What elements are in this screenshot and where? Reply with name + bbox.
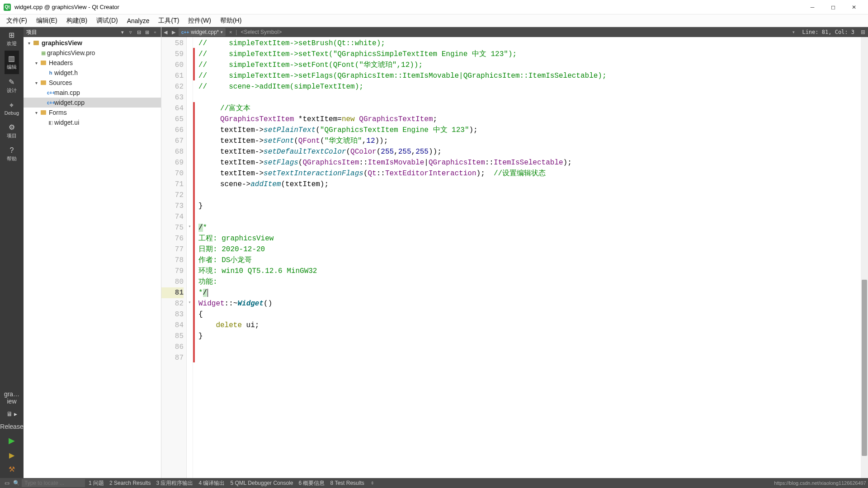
run-button[interactable]: ▶ xyxy=(0,433,24,448)
menu-item[interactable]: 工具(T) xyxy=(154,15,184,26)
output-pane-tab[interactable]: 8 Test Results xyxy=(327,479,367,487)
sidebar-filter-icon[interactable]: ▿ xyxy=(127,29,134,35)
mode-icon: ✎ xyxy=(5,78,19,86)
tree-label: graphicsView.pro xyxy=(47,49,95,56)
h-file-icon: h xyxy=(47,70,54,75)
toggle-sidebar-button[interactable]: ▭ xyxy=(2,479,12,487)
tree-label: widget.ui xyxy=(54,119,79,126)
tree-project-root[interactable]: ▾ graphicsView xyxy=(24,38,161,48)
cpp-file-icon: c++ xyxy=(181,30,189,35)
menu-item[interactable]: 编辑(E) xyxy=(32,15,62,26)
sidebar-split-icon[interactable]: ⊞ xyxy=(144,29,150,35)
file-name: widget.cpp* xyxy=(191,29,219,35)
mode-icon: ? xyxy=(5,146,19,155)
menu-item[interactable]: 控件(W) xyxy=(184,15,216,26)
window-title: widget.cpp @ graphicsView - Qt Creator xyxy=(14,4,802,10)
editor-tabbar: ◀ ▶ c++ widget.cpp* ▾ × | <Select Symbol… xyxy=(161,27,868,37)
tree-file-widget-ui[interactable]: ◧ widget.ui xyxy=(24,117,161,127)
mode-icon: ⊞ xyxy=(5,31,19,39)
output-pane-tab[interactable]: 6 概要信息 xyxy=(296,479,327,487)
tree-label: Headers xyxy=(49,59,73,66)
tree-label: graphicsView xyxy=(42,39,82,47)
sidebar-header: 项目 ▾ ▿ ⊟ ⊞ ▫ xyxy=(24,27,161,37)
folder-icon xyxy=(33,39,40,47)
symbol-chevron-icon: ▾ xyxy=(793,30,798,34)
mode-tab[interactable]: ⚙项目 xyxy=(5,119,19,143)
project-sidebar: 项目 ▾ ▿ ⊟ ⊞ ▫ ▾ graphicsView ▦ graphicsVi… xyxy=(24,27,161,478)
menu-item[interactable]: 文件(F) xyxy=(2,15,32,26)
tree-label: main.cpp xyxy=(54,89,80,96)
build-config[interactable]: 🖥 ▸ xyxy=(0,408,24,420)
app-icon: Qt xyxy=(4,4,11,11)
folder-icon xyxy=(40,59,47,66)
fold-column[interactable]: ▾▾ xyxy=(187,37,193,478)
output-pane-tab[interactable]: 1 问题 xyxy=(86,479,107,487)
tree-forms-folder[interactable]: ▾ Forms xyxy=(24,108,161,117)
menu-item[interactable]: 调试(D) xyxy=(92,15,122,26)
mode-tab[interactable]: ?帮助 xyxy=(5,143,19,166)
cpp-file-icon: c++ xyxy=(47,90,54,95)
vertical-scrollbar[interactable] xyxy=(861,37,868,478)
sidebar-dropdown-icon[interactable]: ▾ xyxy=(119,29,126,35)
tree-headers-folder[interactable]: ▾ Headers xyxy=(24,58,161,68)
locator-input[interactable] xyxy=(22,479,85,487)
minimize-button[interactable]: ─ xyxy=(802,0,823,14)
watermark-url: https://blog.csdn.net/xiaolong1126626497 xyxy=(774,480,866,486)
cpp-file-icon: c++ xyxy=(47,100,54,105)
output-pane-tab[interactable]: 5 QML Debugger Console xyxy=(227,479,296,487)
scrollbar-thumb[interactable] xyxy=(862,280,867,456)
tree-sources-folder[interactable]: ▾ Sources xyxy=(24,78,161,88)
output-pane-tab[interactable]: 3 应用程序输出 xyxy=(153,479,196,487)
file-crumb[interactable]: c++ widget.cpp* ▾ xyxy=(179,28,226,36)
editor-area: ◀ ▶ c++ widget.cpp* ▾ × | <Select Symbol… xyxy=(161,27,868,478)
folder-icon xyxy=(40,109,47,116)
build-button[interactable]: ⚒ xyxy=(0,462,24,476)
nav-fwd-button[interactable]: ▶ xyxy=(170,29,178,35)
mode-tab[interactable]: ⊞欢迎 xyxy=(5,27,19,51)
tree-label: widget.h xyxy=(54,69,78,76)
code-editor[interactable]: 5859606162636465666768697071727374757677… xyxy=(161,37,868,478)
tree-file-main-cpp[interactable]: c++ main.cpp xyxy=(24,88,161,98)
mode-icon: ▥ xyxy=(5,54,19,63)
tree-file-widget-h[interactable]: h widget.h xyxy=(24,68,161,78)
build-config-label: Release xyxy=(0,420,24,433)
ui-file-icon: ◧ xyxy=(47,120,54,126)
pane-chevron-icon[interactable]: ⇳ xyxy=(368,480,377,486)
output-pane-tab[interactable]: 4 编译输出 xyxy=(196,479,227,487)
chevron-down-icon: ▾ xyxy=(221,30,223,34)
folder-icon xyxy=(40,79,47,86)
kit-selector[interactable]: gra…iew xyxy=(0,388,24,408)
menu-item[interactable]: 构建(B) xyxy=(62,15,92,26)
mode-tab[interactable]: ▥编辑 xyxy=(5,51,19,74)
footer-bar: ▭ 🔍 1 问题2 Search Results3 应用程序输出4 编译输出5 … xyxy=(0,478,868,488)
tree-pro-file[interactable]: ▦ graphicsView.pro xyxy=(24,48,161,58)
search-icon: 🔍 xyxy=(13,480,20,486)
symbol-selector[interactable]: <Select Symbol> xyxy=(238,29,793,35)
mode-icon: ⚙ xyxy=(5,123,19,131)
sidebar-close-icon[interactable]: ▫ xyxy=(152,29,158,35)
menu-item[interactable]: 帮助(H) xyxy=(216,15,246,26)
mode-tab[interactable]: ⌖Debug xyxy=(5,98,19,119)
tree-file-widget-cpp[interactable]: c++ widget.cpp xyxy=(24,98,161,108)
tree-label: Forms xyxy=(49,109,67,116)
line-number-gutter[interactable]: 5859606162636465666768697071727374757677… xyxy=(161,37,187,478)
menubar: 文件(F)编辑(E)构建(B)调试(D)Analyze工具(T)控件(W)帮助(… xyxy=(0,14,868,27)
output-pane-tab[interactable]: 2 Search Results xyxy=(107,479,153,487)
sidebar-title: 项目 xyxy=(26,28,118,36)
project-tree: ▾ graphicsView ▦ graphicsView.pro ▾ Head… xyxy=(24,37,161,478)
cursor-position: Line: 81, Col: 3 xyxy=(798,29,858,35)
titlebar: Qt widget.cpp @ graphicsView - Qt Creato… xyxy=(0,0,868,14)
run-debug-button[interactable]: ▶ xyxy=(0,448,24,462)
nav-back-button[interactable]: ◀ xyxy=(161,29,170,35)
code-body[interactable]: // simpleTextItem->setBrush(Qt::white);/… xyxy=(195,37,868,478)
tree-label: widget.cpp xyxy=(54,99,85,106)
tab-close-button[interactable]: × xyxy=(226,29,235,35)
split-button[interactable]: ⊞ xyxy=(858,29,868,35)
maximize-button[interactable]: ◻ xyxy=(823,0,844,14)
sidebar-sync-icon[interactable]: ⊟ xyxy=(136,29,142,35)
mode-bar: ⊞欢迎▥编辑✎设计⌖Debug⚙项目?帮助 gra…iew 🖥 ▸ Releas… xyxy=(0,27,24,478)
tree-label: Sources xyxy=(49,79,72,86)
menu-item[interactable]: Analyze xyxy=(123,16,154,26)
mode-tab[interactable]: ✎设计 xyxy=(5,74,19,98)
close-button[interactable]: ✕ xyxy=(844,0,864,14)
